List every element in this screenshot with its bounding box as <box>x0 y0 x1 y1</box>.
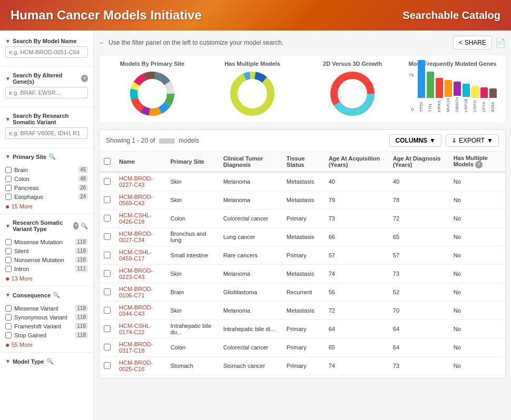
export-icon[interactable]: 📄 <box>495 38 506 48</box>
missense-mutation-checkbox[interactable] <box>5 239 12 245</box>
missense-mutation[interactable]: Missense Mutation 118 <box>0 237 93 246</box>
svg-point-15 <box>242 83 263 104</box>
row-checkbox-cell[interactable] <box>100 172 115 191</box>
row-checkbox[interactable] <box>104 233 111 240</box>
frameshift-variant-checkbox[interactable] <box>5 323 12 329</box>
primary-site-esophagus[interactable]: Esophagus 24 <box>0 192 93 201</box>
model-link[interactable]: HCM-BROD-0569-C43 <box>119 194 153 206</box>
primary-site-colon[interactable]: Colon 48 <box>0 174 93 183</box>
somatic-variant-search-icon[interactable]: 🔍 <box>81 223 88 229</box>
row-checkbox-cell[interactable] <box>100 338 115 357</box>
columns-button[interactable]: COLUMNS ▼ <box>389 134 441 147</box>
consequence-search-icon[interactable]: 🔍 <box>53 292 60 298</box>
table-scroll-wrapper[interactable]: Name Primary Site Clinical Tumor Diagnos… <box>100 152 505 378</box>
model-link[interactable]: HCM-BROD-0027-C34 <box>119 231 153 243</box>
model-link[interactable]: HCM-CSHL-0174-C22 <box>119 323 152 335</box>
model-link[interactable]: HCM-BROD-0106-C71 <box>119 286 153 298</box>
esophagus-checkbox[interactable] <box>5 194 12 200</box>
primary-site-pancreas[interactable]: Pancreas 26 <box>0 183 93 192</box>
consequence-more[interactable]: ● 55 More <box>0 339 93 350</box>
search-model-name-input[interactable] <box>5 46 88 58</box>
model-link[interactable]: HCM-BROD-0223-C43 <box>119 267 153 280</box>
row-checkbox[interactable] <box>104 362 111 369</box>
stop-gained[interactable]: Stop Gained 118 <box>0 331 93 339</box>
primary-site-more[interactable]: ● 15 More <box>0 201 93 212</box>
row-checkbox-cell[interactable] <box>100 302 115 320</box>
share-icon: < <box>459 39 463 46</box>
growth-donut <box>329 70 376 117</box>
search-somatic-variant-input[interactable] <box>5 127 88 139</box>
row-checkbox-cell[interactable] <box>100 320 115 338</box>
help-icon[interactable]: ? <box>81 75 88 82</box>
multiple-models-donut <box>229 70 276 117</box>
pancreas-checkbox[interactable] <box>5 185 12 191</box>
row-checkbox[interactable] <box>104 178 111 185</box>
silent-checkbox[interactable] <box>5 248 12 254</box>
row-diagnosis: Melanoma <box>219 172 282 191</box>
select-all-checkbox[interactable] <box>104 158 111 165</box>
model-type-search-icon[interactable]: 🔍 <box>46 358 54 365</box>
synonymous-variant-checkbox[interactable] <box>5 314 12 321</box>
row-checkbox[interactable] <box>104 196 111 203</box>
growth-chart: 2D Versus 3D Growth <box>305 61 400 117</box>
model-link[interactable]: HCM-BROD-0344-C43 <box>119 304 153 317</box>
colon-checkbox[interactable] <box>5 176 12 182</box>
row-name: HCM-CSHL-0459-C17 <box>115 246 166 265</box>
row-checkbox[interactable] <box>104 325 111 332</box>
table-head: Name Primary Site Clinical Tumor Diagnos… <box>100 152 505 172</box>
row-age-diagnosis: 52 <box>389 283 449 302</box>
row-tissue-status: Primary <box>282 338 325 357</box>
row-primary-site: Small intestine <box>166 246 219 265</box>
model-link[interactable]: HCM-CSHL-0459-C17 <box>119 249 152 262</box>
model-link[interactable]: HCM-CSHL-0426-C18 <box>119 212 152 225</box>
primary-site-brain[interactable]: Brain 45 <box>0 165 93 174</box>
synonymous-variant[interactable]: Synonymous Variant 118 <box>0 313 93 322</box>
row-checkbox[interactable] <box>104 252 111 258</box>
row-checkbox[interactable] <box>104 215 111 222</box>
export-button[interactable]: ⇓ EXPORT ▼ <box>446 134 499 147</box>
row-checkbox[interactable] <box>104 344 111 351</box>
row-name: HCM-BROD-0223-C43 <box>115 265 166 283</box>
row-checkbox[interactable] <box>104 288 111 295</box>
row-checkbox-cell[interactable] <box>100 265 115 283</box>
model-link[interactable]: HCM-BROD-0227-C43 <box>119 175 153 188</box>
row-checkbox-cell[interactable] <box>100 246 115 265</box>
silent[interactable]: Silent 118 <box>0 246 93 255</box>
row-checkbox-cell[interactable] <box>100 228 115 246</box>
select-all-th[interactable] <box>100 152 115 172</box>
model-link[interactable]: HCM-BROD-0025-C16 <box>119 359 153 372</box>
nonsense-mutation[interactable]: Nonsense Mutation 116 <box>0 255 93 264</box>
brain-checkbox[interactable] <box>5 167 12 173</box>
row-tissue-status: Metastasis <box>282 265 325 283</box>
row-name: HCM-BROD-0344-C43 <box>115 302 166 320</box>
showing-text: Showing 1 - 20 of models <box>106 137 199 144</box>
somatic-variant-more[interactable]: ● 13 More <box>0 273 93 284</box>
primary-site-search-icon[interactable]: 🔍 <box>48 153 56 160</box>
help-icon-somatic[interactable]: ? <box>73 222 78 229</box>
search-somatic-variant-section: ▼ Search By Research Somatic Variant <box>0 109 93 145</box>
nonsense-mutation-checkbox[interactable] <box>5 257 12 263</box>
missense-variant[interactable]: Missense Variant 118 <box>0 304 93 313</box>
row-tissue-status: Primary <box>282 209 325 228</box>
primary-site-chart-title: Models By Primary Site <box>120 61 184 67</box>
frameshift-variant[interactable]: Frameshift Variant 116 <box>0 322 93 331</box>
search-altered-gene-input[interactable] <box>5 87 88 98</box>
model-link[interactable]: HCM-BROD-0317-C18 <box>119 341 153 354</box>
share-button[interactable]: < SHARE <box>453 36 492 49</box>
row-primary-site: Skin <box>166 172 219 191</box>
back-arrow-icon: ← <box>99 39 105 46</box>
row-checkbox[interactable] <box>104 307 111 314</box>
row-checkbox-cell[interactable] <box>100 283 115 302</box>
intron-checkbox[interactable] <box>5 266 12 272</box>
row-checkbox[interactable] <box>104 270 111 277</box>
missense-variant-checkbox[interactable] <box>5 305 12 312</box>
row-checkbox-cell[interactable] <box>100 375 115 378</box>
row-checkbox-cell[interactable] <box>100 209 115 228</box>
intron[interactable]: Intron 111 <box>0 264 93 273</box>
y-axis-max: 79 <box>408 73 414 78</box>
row-checkbox-cell[interactable] <box>100 357 115 375</box>
more-dot-icon: ● <box>5 341 9 349</box>
row-checkbox-cell[interactable] <box>100 191 115 209</box>
help-icon-column[interactable]: ? <box>475 161 483 168</box>
stop-gained-checkbox[interactable] <box>5 332 12 338</box>
